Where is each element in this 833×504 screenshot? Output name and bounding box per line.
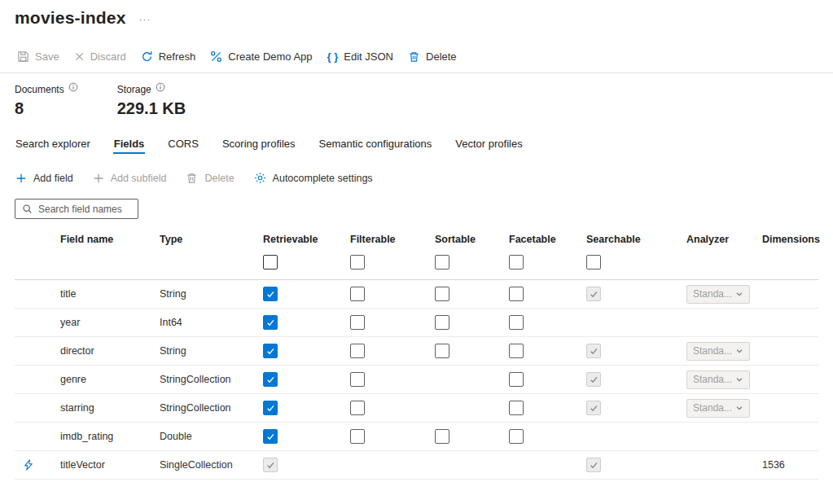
toolbar-refresh-button[interactable]: Refresh	[134, 46, 204, 68]
table-row: imdb_ratingDouble	[15, 423, 818, 451]
facetable-cell	[509, 287, 586, 301]
fieldbar-delete-button: Delete	[178, 167, 241, 189]
column-facetable: Facetable	[509, 234, 586, 270]
toolbar-delete-button[interactable]: Delete	[401, 46, 464, 68]
search-box[interactable]	[15, 199, 138, 219]
toolbar-label: Discard	[90, 50, 126, 63]
tab-vector-profiles[interactable]: Vector profiles	[454, 133, 523, 159]
sortable-cell	[435, 315, 509, 330]
fieldbar-label: Add subfield	[111, 173, 167, 184]
retrievable-cell	[263, 315, 350, 330]
starring-retrievable-checkbox[interactable]	[263, 401, 278, 415]
filterable-cell	[350, 372, 435, 387]
page-header: movies-index ···	[0, 0, 833, 28]
toolbar-label: Delete	[426, 50, 457, 63]
select-all-retrievable-checkbox[interactable]	[263, 255, 278, 270]
retrievable-cell	[263, 372, 350, 387]
imdb_rating-filterable-checkbox[interactable]	[350, 429, 365, 444]
table-row: titleStringStanda...	[15, 280, 818, 309]
analyzer-cell: Standa...	[686, 370, 762, 389]
chevron-down-icon	[735, 404, 743, 412]
select-all-filterable-checkbox[interactable]	[350, 255, 365, 270]
toolbar-discard-button: Discard	[67, 46, 134, 68]
year-filterable-checkbox[interactable]	[350, 315, 365, 330]
title-sortable-checkbox[interactable]	[435, 287, 449, 301]
field-name-cell: genre	[60, 374, 160, 385]
add-icon	[93, 173, 104, 184]
fieldbar-add-subfield-button: Add subfield	[85, 168, 174, 189]
column-retrievable: Retrievable	[263, 234, 350, 270]
analyzer-cell: Standa...	[686, 399, 762, 418]
tab-bar: Search explorerFieldsCORSScoring profile…	[0, 123, 833, 159]
fieldbar-label: Add field	[33, 173, 73, 184]
select-all-searchable-checkbox[interactable]	[586, 255, 601, 270]
refresh-icon	[141, 50, 153, 63]
fieldbar-label: Delete	[204, 173, 234, 184]
title-retrievable-checkbox[interactable]	[263, 287, 278, 301]
tab-scoring-profiles[interactable]: Scoring profiles	[221, 133, 296, 159]
retrievable-cell	[263, 429, 350, 444]
director-retrievable-checkbox[interactable]	[263, 344, 278, 358]
year-retrievable-checkbox[interactable]	[263, 315, 278, 330]
year-facetable-checkbox[interactable]	[509, 315, 524, 330]
select-all-facetable-checkbox[interactable]	[509, 255, 524, 270]
tab-fields[interactable]: Fields	[113, 133, 146, 159]
column-field-name: Field name	[60, 234, 160, 270]
facetable-cell	[509, 315, 586, 330]
toolbar-edit-json-button[interactable]: { }Edit JSON	[320, 46, 401, 68]
field-type-cell: StringCollection	[160, 374, 263, 385]
field-name-cell: title	[60, 288, 160, 300]
stat-value: 8	[15, 99, 78, 118]
genre-filterable-checkbox[interactable]	[350, 372, 365, 387]
director-facetable-checkbox[interactable]	[509, 344, 524, 358]
page-title: movies-index	[15, 8, 126, 28]
field-name-cell: starring	[60, 402, 160, 414]
year-sortable-checkbox[interactable]	[435, 315, 449, 330]
info-icon[interactable]	[68, 82, 78, 92]
search-input[interactable]	[38, 204, 131, 215]
fieldbar-autocomplete-settings-button[interactable]: Autocomplete settings	[247, 167, 380, 189]
retrievable-cell	[263, 401, 350, 415]
analyzer-cell: Standa...	[686, 285, 762, 304]
column-dimensions: Dimensions	[762, 234, 820, 270]
tab-cors[interactable]: CORS	[167, 133, 199, 159]
table-row: genreStringCollectionStanda...	[15, 366, 818, 394]
select-all-sortable-checkbox[interactable]	[435, 255, 449, 270]
imdb_rating-facetable-checkbox[interactable]	[509, 429, 524, 444]
table-row: yearInt64	[15, 309, 818, 337]
stats-section: Documents8Storage229.1 KB	[0, 73, 833, 123]
title-facetable-checkbox[interactable]	[509, 287, 524, 301]
starring-facetable-checkbox[interactable]	[509, 401, 524, 415]
stat-storage: Storage229.1 KB	[117, 84, 186, 118]
toolbar-label: Create Demo App	[228, 50, 312, 63]
delete-icon	[186, 172, 198, 184]
genre-facetable-checkbox[interactable]	[509, 372, 524, 387]
director-filterable-checkbox[interactable]	[350, 344, 365, 358]
analyzer-dropdown: Standa...	[686, 342, 750, 361]
toolbar-create-demo-app-button[interactable]: Create Demo App	[203, 46, 319, 68]
save-icon	[17, 50, 29, 63]
tab-semantic-configurations[interactable]: Semantic configurations	[318, 133, 433, 159]
retrievable-cell	[263, 344, 350, 358]
column-analyzer: Analyzer	[686, 234, 762, 270]
genre-retrievable-checkbox[interactable]	[263, 372, 278, 387]
field-name-cell: director	[60, 345, 160, 357]
genre-searchable-checkbox	[586, 372, 601, 387]
more-options-button[interactable]: ···	[139, 14, 151, 25]
delete-icon	[408, 50, 420, 63]
searchable-cell	[586, 372, 686, 387]
imdb_rating-retrievable-checkbox[interactable]	[263, 429, 278, 444]
director-sortable-checkbox[interactable]	[435, 344, 449, 358]
stat-documents: Documents8	[15, 84, 78, 118]
starring-filterable-checkbox[interactable]	[350, 401, 365, 415]
info-icon[interactable]	[156, 82, 165, 92]
filterable-cell	[350, 344, 435, 358]
filterable-cell	[350, 287, 435, 301]
tab-search-explorer[interactable]: Search explorer	[15, 133, 91, 159]
title-filterable-checkbox[interactable]	[350, 287, 365, 301]
imdb_rating-sortable-checkbox[interactable]	[435, 429, 449, 444]
column-sortable: Sortable	[435, 234, 509, 270]
field-type-cell: Int64	[160, 317, 263, 328]
analyzer-dropdown: Standa...	[686, 399, 750, 418]
fieldbar-add-field-button[interactable]: Add field	[8, 168, 81, 189]
